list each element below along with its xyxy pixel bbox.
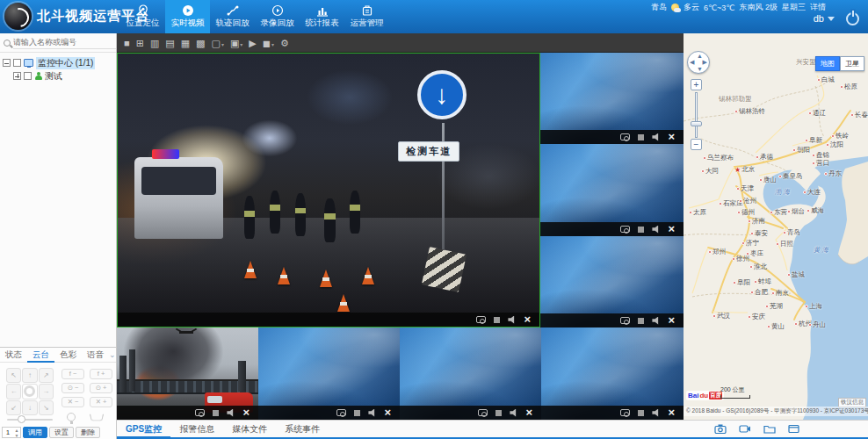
search-input[interactable] bbox=[13, 37, 116, 49]
close-icon[interactable]: × bbox=[668, 407, 675, 419]
layout-4-icon[interactable]: ⊞ bbox=[136, 34, 144, 52]
record-stop-icon[interactable] bbox=[638, 134, 644, 140]
nav-item-轨迹回放[interactable]: 轨迹回放 bbox=[210, 0, 255, 33]
record-stop-icon[interactable] bbox=[354, 410, 360, 416]
preset-set-button[interactable]: 设置 bbox=[49, 427, 74, 438]
snapshot-camera-icon[interactable] bbox=[478, 409, 488, 416]
record-stop-icon[interactable] bbox=[638, 227, 644, 233]
pan-up-icon[interactable]: ▲ bbox=[697, 53, 703, 59]
stepper-arrows-icon[interactable]: ▲▼ bbox=[13, 428, 20, 438]
map-label-松原[interactable]: 松原 bbox=[840, 83, 857, 91]
tree-checkbox[interactable] bbox=[24, 72, 32, 80]
map-label-郑州[interactable]: 郑州 bbox=[708, 248, 726, 256]
snapshot-camera-icon[interactable] bbox=[620, 317, 630, 324]
map-label-南京[interactable]: 南京 bbox=[771, 289, 789, 298]
map-type-地图[interactable]: 地图 bbox=[815, 56, 840, 71]
nav-item-录像回放[interactable]: 录像回放 bbox=[255, 0, 300, 33]
map-label-沧州[interactable]: 沧州 bbox=[739, 197, 756, 205]
pan-left-icon[interactable]: ◀ bbox=[690, 59, 694, 66]
video-cell-7[interactable]: × bbox=[400, 327, 541, 420]
close-icon[interactable]: × bbox=[668, 131, 675, 143]
map-label-合肥[interactable]: 合肥 bbox=[750, 288, 768, 297]
ptz-arrow-↗[interactable]: ↗ bbox=[39, 368, 54, 383]
map-label-丹东[interactable]: 丹东 bbox=[824, 169, 842, 178]
wiper-icon[interactable] bbox=[90, 414, 104, 421]
layout-6-icon[interactable]: ▥ bbox=[150, 34, 159, 52]
ptz-arrow-↙[interactable]: ↙ bbox=[6, 400, 21, 415]
tree-checkbox[interactable] bbox=[13, 59, 21, 67]
snapshot-camera-icon[interactable] bbox=[336, 409, 346, 416]
preset-call-button[interactable]: 调用 bbox=[23, 427, 47, 438]
map-label-阜新[interactable]: 阜新 bbox=[805, 136, 822, 145]
map-label-承德[interactable]: 承德 bbox=[756, 153, 773, 162]
map-label-德州[interactable]: 德州 bbox=[737, 208, 755, 217]
map-label-徐州[interactable]: 徐州 bbox=[732, 255, 749, 263]
tree-expander-icon[interactable] bbox=[13, 72, 21, 80]
map-label-锡林郭勒盟[interactable]: 锡林郭勒盟 bbox=[719, 95, 752, 104]
snapshot-camera-icon[interactable] bbox=[476, 316, 486, 323]
map-label-东营[interactable]: 东营 bbox=[770, 208, 787, 217]
map-label-营口[interactable]: 营口 bbox=[812, 159, 829, 168]
layout-1-icon[interactable]: ■ bbox=[124, 34, 130, 52]
close-all-icon[interactable]: ▣▾ bbox=[230, 34, 242, 52]
close-icon[interactable]: × bbox=[524, 313, 531, 326]
map-label-大同[interactable]: 大同 bbox=[701, 167, 719, 176]
audio-icon[interactable] bbox=[508, 316, 516, 324]
folder-icon[interactable] bbox=[763, 421, 776, 437]
map-label-芜湖[interactable]: 芜湖 bbox=[765, 302, 783, 311]
pan-down-icon[interactable]: ▼ bbox=[697, 66, 703, 72]
ptz-arrow-↓[interactable]: ↓ bbox=[22, 400, 37, 415]
map-label-秦皇岛[interactable]: 秦皇岛 bbox=[778, 172, 803, 181]
map-label-淮北[interactable]: 淮北 bbox=[749, 263, 767, 271]
record-stop-icon[interactable] bbox=[495, 410, 502, 416]
zoom-minus-button[interactable]: ⊙ − bbox=[61, 383, 84, 393]
map-label-唐山[interactable]: 唐山 bbox=[759, 176, 777, 184]
iris-minus-button[interactable]: ✕ − bbox=[61, 397, 84, 407]
tree-node-监控中心 (1/1)[interactable]: 监控中心 (1/1) bbox=[3, 56, 113, 69]
map-label-北京[interactable]: ★北京 bbox=[734, 165, 755, 174]
snapshot-camera-icon[interactable] bbox=[620, 133, 630, 140]
layout-8-icon[interactable]: ▤ bbox=[165, 34, 174, 52]
video-camera-icon[interactable] bbox=[739, 421, 751, 437]
close-icon[interactable]: × bbox=[668, 314, 675, 327]
nav-item-实时视频[interactable]: 实时视频 bbox=[165, 0, 210, 33]
video-cell-4[interactable]: × bbox=[540, 236, 684, 327]
map-label-天津[interactable]: 天津 bbox=[736, 184, 754, 193]
map-label-青岛[interactable]: 青岛 bbox=[783, 228, 800, 237]
focus-plus-button[interactable]: f + bbox=[90, 369, 112, 379]
ptz-arrow-←[interactable]: ← bbox=[6, 384, 21, 399]
map-label-阜阳[interactable]: 阜阳 bbox=[733, 278, 750, 287]
snapshot-camera-icon[interactable] bbox=[620, 226, 630, 233]
audio-icon[interactable] bbox=[652, 409, 660, 417]
map-label-济宁[interactable]: 济宁 bbox=[741, 239, 759, 248]
slider-handle[interactable] bbox=[18, 415, 25, 423]
audio-icon[interactable] bbox=[652, 133, 660, 141]
map-label-烟台[interactable]: 烟台 bbox=[787, 207, 805, 216]
map-label-大连[interactable]: 大连 bbox=[803, 188, 821, 197]
audio-icon[interactable] bbox=[227, 409, 235, 417]
map-zoom-handle[interactable] bbox=[691, 121, 702, 126]
video-cell-1[interactable]: ↓检测车道× bbox=[117, 53, 540, 327]
tree-expander-icon[interactable] bbox=[3, 59, 11, 67]
map-label-长春[interactable]: 长春 bbox=[850, 111, 868, 119]
nav-item-位置定位[interactable]: 位置定位 bbox=[120, 0, 165, 33]
map-pan-control[interactable]: ▲ ▼ ◀ ▶ bbox=[687, 51, 710, 74]
zoom-plus-button[interactable]: ⊙ + bbox=[90, 383, 112, 393]
video-cell-8[interactable]: × bbox=[541, 327, 684, 420]
map-zoom-track[interactable] bbox=[695, 92, 698, 138]
ptz-arrow-↖[interactable]: ↖ bbox=[6, 368, 21, 383]
map-label-兴安盟[interactable]: 兴安盟 bbox=[796, 58, 816, 67]
map-label-黄山[interactable]: 黄山 bbox=[767, 322, 785, 331]
settings-gear-icon[interactable]: ⚙ bbox=[280, 34, 289, 52]
preset-delete-button[interactable]: 删除 bbox=[76, 427, 100, 438]
fullscreen-icon[interactable]: ▢▾ bbox=[212, 34, 224, 52]
audio-icon[interactable] bbox=[652, 317, 660, 325]
ptz-tab-语音[interactable]: 语音 bbox=[82, 348, 109, 363]
tree-node-测试[interactable]: 测试 bbox=[3, 69, 113, 83]
user-menu[interactable]: db bbox=[814, 13, 835, 24]
snapshot-camera-icon[interactable] bbox=[195, 409, 205, 416]
video-cell-2[interactable]: × bbox=[540, 53, 684, 144]
ptz-arrow-→[interactable]: → bbox=[39, 384, 54, 399]
video-cell-6[interactable]: × bbox=[258, 327, 400, 420]
close-icon[interactable]: × bbox=[384, 407, 391, 419]
